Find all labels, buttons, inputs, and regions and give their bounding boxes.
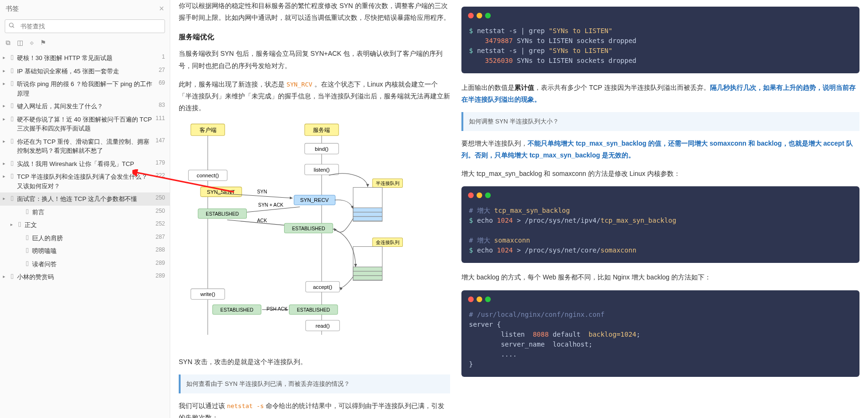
svg-rect-25 [353,212,382,217]
sidebar-title: 书签 [6,5,19,13]
sidebar-item-label: 前言 [32,208,153,217]
bookmark-icon: ▯ [9,272,15,279]
svg-text:ESTABLISHED: ESTABLISHED [297,307,330,313]
bookmark-icon: ▯ [24,234,30,241]
sidebar-item[interactable]: ▯唠唠嗑嗑288 [0,244,170,258]
caret-icon: ▸ [3,102,9,108]
sidebar-item-page: 289 [153,260,165,266]
paragraph: 我们可以通过该 netstat -s 命令给出的统计结果中，可以得到由于半连接队… [179,400,450,418]
tcp-handshake-diagram: 客户端 服务端 bind() listen() connect() [179,122,450,348]
sidebar-item-label: 小林的赞赏码 [17,272,153,282]
svg-rect-39 [353,271,382,276]
sidebar-item[interactable]: ▸▯硬核！30 张图解 HTTP 常见面试题1 [0,52,170,65]
svg-text:全连接队列: 全连接队列 [376,240,399,245]
bookmark-icon: ▯ [9,172,15,179]
paragraph: SYN 攻击，攻击的是就是这个半连接队列。 [179,356,450,368]
bookmarks-sidebar: 书签 × ⧉ ◫ ⟐ ⚑ ▸▯硬核！30 张图解 HTTP 常见面试题1▸▯IP… [0,0,170,418]
inline-code: netstat -s [227,402,264,409]
sidebar-item-page: 111 [153,115,165,122]
bookmark-icon: ▯ [9,53,15,61]
svg-text:ACK: ACK [257,218,267,224]
caret-icon [18,234,24,235]
sidebar-item[interactable]: ▸▯硬不硬你说了算！近 40 张图解被问千百遍的 TCP 三次握手和四次挥手面试… [0,113,170,135]
sidebar-item-page: 179 [153,159,165,166]
bookmark-icon: ▯ [16,220,23,227]
sidebar-item-page: 252 [153,220,165,227]
svg-rect-40 [353,276,382,280]
caret-icon: ▸ [3,272,9,279]
caret-icon: ▸ [3,67,9,73]
terminal-block: # /usr/local/nginx/conf/nginx.conf serve… [461,290,859,377]
sidebar-item[interactable]: ▸▯小林的赞赏码289 [0,270,170,284]
tool-bookmark-icon[interactable]: ⟐ [30,39,34,47]
svg-text:SYN + ACK: SYN + ACK [258,203,283,208]
sidebar-item-page: 287 [153,234,165,240]
sidebar-item-page: 222 [153,172,165,179]
sidebar-item[interactable]: ▸▯IP 基础知识全家桶，45 张图一套带走27 [0,65,170,78]
svg-text:bind(): bind() [315,146,329,152]
sidebar-item[interactable]: ▸▯面试官：换人！他连 TCP 这几个参数都不懂250 [0,192,170,206]
caret-icon: ▸ [3,194,9,201]
bookmark-icon: ▯ [24,260,30,267]
close-icon[interactable]: × [159,4,164,14]
bookmark-icon: ▯ [9,159,15,166]
sidebar-item-label: 键入网址后，其间发生了什么？ [17,102,156,111]
sidebar-item[interactable]: ▸▯实战！我用 Wireshark 让你「看得见」TCP179 [0,157,170,171]
svg-text:SYN: SYN [257,189,267,194]
caret-icon: ▸ [3,159,9,166]
bookmark-icon: ▯ [9,102,15,109]
sidebar-item[interactable]: ▯读者问答289 [0,258,170,271]
sidebar-item[interactable]: ▸▯听说你 ping 用的很 6 ？给我图解一下 ping 的工作原理69 [0,78,170,100]
bookmark-icon: ▯ [9,137,15,144]
sidebar-item[interactable]: ▯前言250 [0,206,170,219]
sidebar-item-page: 1 [159,53,165,60]
bookmark-icon: ▯ [24,208,30,215]
svg-text:服务端: 服务端 [313,127,330,133]
svg-text:半连接队列: 半连接队列 [376,181,399,186]
caret-icon: ▸ [3,172,9,179]
tool-expand-icon[interactable]: ◫ [17,39,23,47]
bookmark-icon: ▯ [9,194,15,201]
callout: 如何查看由于 SYN 半连接队列已满，而被丢弃连接的情况？ [179,374,450,393]
inline-code: SYN_RCV [286,81,312,88]
sidebar-item-label: 实战！我用 Wireshark 让你「看得见」TCP [17,159,153,169]
paragraph: 此时，服务端出现了新连接，状态是 SYN_RCV 。在这个状态下，Linux 内… [179,78,450,114]
bookmark-icon: ▯ [9,115,15,122]
bookmark-icon: ▯ [24,246,30,253]
sidebar-item-label: 唠唠嗑嗑 [32,246,153,256]
bookmark-icon: ▯ [9,67,15,74]
sidebar-item-label: 读者问答 [32,260,153,269]
article-right-column: $ netstat -s | grep "SYNs to LISTEN" 347… [459,0,868,418]
sidebar-item[interactable]: ▯巨人的肩膀287 [0,232,170,245]
sidebar-item-page: 83 [156,102,165,108]
sidebar-item-page: 289 [153,272,165,279]
sidebar-item[interactable]: ▸▯正文252 [0,218,170,232]
search-input[interactable] [18,20,165,33]
tool-collapse-icon[interactable]: ⧉ [6,39,10,47]
tool-flag-icon[interactable]: ⚑ [40,39,46,47]
svg-text:listen(): listen() [313,167,330,173]
sidebar-item-label: 正文 [25,220,153,230]
caret-icon: ▸ [3,53,9,60]
terminal-block: $ netstat -s | grep "SYNs to LISTEN" 347… [461,7,859,73]
caret-icon: ▸ [3,115,9,122]
svg-text:connect(): connect() [197,173,219,178]
sidebar-item-label: 面试官：换人！他连 TCP 这几个参数都不懂 [17,194,153,204]
caret-icon: ▸ [10,220,16,227]
sidebar-item[interactable]: ▸▯TCP 半连接队列和全连接队列满了会发生什么？又该如何应对？222 [0,170,170,192]
sidebar-item-page: 250 [153,194,165,201]
sidebar-item[interactable]: ▸▯键入网址后，其间发生了什么？83 [0,100,170,113]
article-left-column: 你可以根据网络的稳定性和目标服务器的繁忙程度修改 SYN 的重传次数，调整客户端… [170,0,459,418]
svg-line-1 [13,26,14,27]
caret-icon [18,260,24,261]
caret-icon [18,246,24,248]
sidebar-item-page: 69 [156,79,165,86]
caret-icon [18,208,24,209]
svg-text:PSH ACK: PSH ACK [267,306,288,312]
svg-text:ESTABLISHED: ESTABLISHED [220,307,253,313]
sidebar-item[interactable]: ▸▯你还在为 TCP 重传、滑动窗口、流量控制、拥塞控制发愁吗？看完图解就不愁了… [0,135,170,157]
sidebar-item-page: 250 [153,208,165,214]
bookmarks-list: ▸▯硬核！30 张图解 HTTP 常见面试题1▸▯IP 基础知识全家桶，45 张… [0,52,170,418]
sidebar-item-label: 巨人的肩膀 [32,234,153,243]
paragraph: 增大 backlog 的方式，每个 Web 服务都不同，比如 Nginx 增大 … [461,271,859,283]
